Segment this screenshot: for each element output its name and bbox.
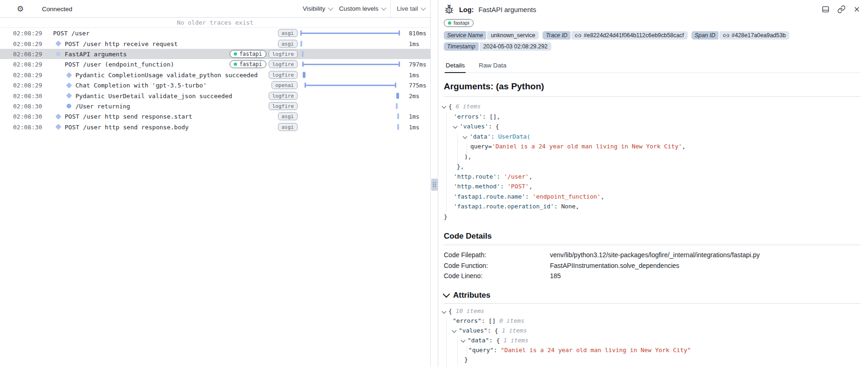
span-id-label: Span ID	[692, 31, 719, 40]
fastapi-badge: fastapi	[444, 19, 474, 27]
code-segment-punc: : [],	[482, 113, 501, 120]
collapse-chevron-icon[interactable]	[443, 290, 450, 298]
trace-badges: fastapilogfire	[230, 60, 298, 68]
trace-row[interactable]: 02:08:29POST /user (endpoint_function)fa…	[0, 59, 430, 69]
trace-duration: 2ms	[409, 92, 420, 99]
dock-panel-icon[interactable]	[821, 5, 830, 13]
tab-raw-data[interactable]: Raw Data	[478, 60, 507, 73]
code-segment-punc: :	[525, 193, 532, 200]
green-dot-icon	[448, 21, 451, 25]
toolbar-separator	[390, 0, 391, 17]
trace-timestamp: 02:08:30	[13, 92, 42, 99]
visibility-dropdown[interactable]: Visibility	[303, 0, 332, 17]
trace-badges: fastapilogfire	[230, 50, 298, 58]
code-segment-str: 'POST'	[508, 183, 529, 190]
collapse-chevron-icon[interactable]	[442, 104, 447, 109]
tab-details[interactable]: Details	[445, 60, 466, 73]
close-icon[interactable]	[853, 6, 861, 13]
asgi-badge: asgi	[278, 29, 298, 37]
trace-row[interactable]: 02:08:29FastAPI argumentsfastapilogfire	[0, 49, 430, 59]
gear-icon[interactable]: ⚙	[17, 5, 24, 13]
trace-timestamp: 02:08:30	[13, 102, 42, 109]
code-line: "data": { 1 items	[444, 335, 861, 345]
code-line: }	[444, 364, 861, 367]
trace-row[interactable]: 02:08:29Chat Completion with 'gpt-3.5-tu…	[0, 80, 430, 90]
code-line: 'fastapi.route.operation_id': None,	[444, 201, 861, 212]
trace-row[interactable]: 02:08:29POST /user http receive requesta…	[0, 38, 430, 48]
trace-name: POST /user http send response.start	[65, 113, 192, 120]
trace-name: POST /user (endpoint_function)	[65, 61, 174, 68]
trace-duration: 1ms	[409, 113, 420, 120]
code-segment-plain: None	[561, 203, 576, 210]
code-segment-key: 'http.route'	[454, 173, 496, 180]
trace-timestamp: 02:08:29	[13, 50, 42, 57]
trace-row[interactable]: 02:08:29POST /userasgi810ms	[0, 28, 430, 38]
code-segment-punc: : {	[488, 327, 502, 334]
custom-levels-label: Custom levels	[339, 5, 379, 12]
link-icon[interactable]	[723, 33, 729, 39]
code-line: 'fastapi.route.name': 'endpoint_function…	[444, 192, 861, 202]
meta-row-1: Service Name unknown_service Trace ID #e…	[444, 31, 861, 40]
collapse-chevron-icon[interactable]	[452, 328, 457, 333]
code-line: ),	[444, 152, 861, 162]
trace-timeline	[300, 101, 407, 111]
trace-timestamp: 02:08:29	[13, 30, 42, 37]
trace-id-value: #e8224d24d41f064b112c6eb9cb58cacf	[571, 31, 687, 40]
trace-badges: logfire	[269, 71, 298, 79]
copy-link-icon[interactable]	[837, 5, 846, 13]
asgi-badge: asgi	[278, 40, 298, 47]
service-name-label: Service Name	[444, 31, 486, 40]
code-segment-items: 1 items	[502, 327, 527, 334]
trace-row[interactable]: 02:08:29Pydantic CompletionUsage validat…	[0, 70, 430, 80]
trace-name: POST /user http receive request	[65, 40, 178, 47]
trace-name: POST /user	[53, 30, 89, 37]
collapse-chevron-icon[interactable]	[442, 309, 447, 314]
code-segment-punc: : []	[481, 317, 500, 324]
detail-panel-actions	[821, 5, 861, 13]
trace-duration: 775ms	[409, 82, 427, 89]
fastapi-badge-label: fastapi	[239, 61, 262, 67]
code-segment-punc: :	[496, 173, 503, 180]
asgi-badge: asgi	[278, 123, 298, 131]
trace-badges: logfire	[269, 92, 298, 100]
code-segment-punc: ,	[576, 203, 579, 210]
code-segment-items: 1 items	[503, 337, 529, 344]
live-tail-dropdown[interactable]: Live tail	[397, 0, 425, 17]
code-line: { 6 items	[444, 101, 861, 112]
code-line: }	[444, 354, 861, 364]
collapse-chevron-icon[interactable]	[463, 134, 468, 139]
link-icon[interactable]	[575, 33, 581, 39]
trace-name: /User returning	[75, 102, 130, 109]
code-lineno-label: Code Lineno:	[444, 272, 550, 280]
trace-row[interactable]: 02:08:30Pydantic UserDetail validate_jso…	[0, 90, 430, 100]
collapse-chevron-icon[interactable]	[461, 338, 466, 342]
code-segment-key: 'data'	[469, 133, 491, 140]
trace-list-panel: ⚙ Connected Visibility Custom levels Liv…	[0, 0, 431, 367]
code-segment-punc: : {	[489, 337, 503, 344]
code-details-table: Code Filepath: venv/lib/python3.12/site-…	[444, 250, 861, 281]
trace-row[interactable]: 02:08:30POST /user http send response.st…	[0, 111, 430, 121]
panel-resize-handle[interactable]	[431, 179, 438, 191]
trace-badges: openai	[271, 81, 298, 89]
code-line: 'data': UserData(	[444, 132, 861, 142]
trace-row[interactable]: 02:08:30/User returninglogfire	[0, 101, 430, 111]
custom-levels-dropdown[interactable]: Custom levels	[339, 0, 386, 17]
collapse-chevron-icon[interactable]	[453, 124, 458, 129]
trace-timestamp: 02:08:29	[13, 40, 42, 47]
code-lineno-row: Code Lineno: 185	[444, 271, 861, 281]
visibility-label: Visibility	[303, 5, 326, 12]
duration-bar	[302, 64, 400, 65]
code-details-title: Code Details	[444, 232, 861, 241]
log-detail-panel: Log: FastAPI arguments fastapi Service N…	[438, 0, 868, 367]
attributes-section-header: Attributes	[444, 291, 861, 300]
green-dot-icon	[234, 63, 237, 66]
trace-row[interactable]: 02:08:30POST /user http send response.bo…	[0, 122, 430, 132]
diamond-icon	[55, 40, 61, 47]
timestamp-chip: Timestamp 2024-05-03 02:08:29.292	[444, 42, 551, 51]
code-segment-key: 'http.method'	[454, 183, 500, 190]
code-function-label: Code Function:	[444, 262, 550, 269]
trace-timeline	[300, 80, 407, 90]
span-id-chip: Span ID #428e17a0ea9ad53b	[692, 31, 790, 40]
green-dot-icon	[234, 52, 237, 55]
diamond-icon	[66, 93, 72, 99]
